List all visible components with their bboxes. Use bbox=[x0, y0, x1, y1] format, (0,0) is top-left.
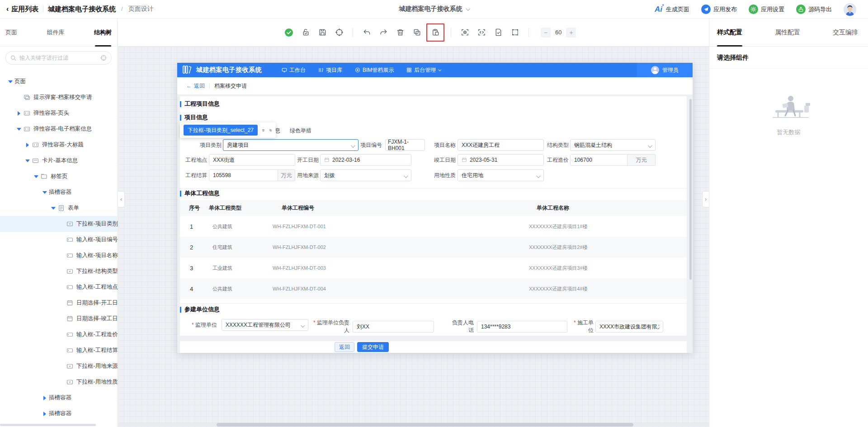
project-type-select[interactable]: 房建项目 bbox=[223, 139, 359, 151]
tab-component-library[interactable]: 组件库 bbox=[46, 19, 66, 47]
tree-node-flex-bigtitle[interactable]: 弹性容器-大标题 bbox=[0, 137, 117, 153]
caret-right-icon[interactable] bbox=[16, 111, 22, 116]
supervisor-select[interactable]: XXXXXX工程管理有限公司 bbox=[222, 319, 308, 331]
app-name: 城建档案电子接收系统 bbox=[48, 5, 116, 14]
paste-icon[interactable] bbox=[431, 28, 440, 37]
locate-node-icon[interactable] bbox=[100, 55, 107, 61]
back-to-app-list-button[interactable]: ‹ 应用列表 bbox=[6, 5, 38, 14]
settle-input[interactable]: 105598 bbox=[209, 169, 278, 181]
tree-node-date-end[interactable]: 日期选择-竣工日期 bbox=[0, 311, 117, 327]
form-submit-button[interactable]: 提交申请 bbox=[357, 342, 389, 352]
table-row[interactable]: 4公共建筑WH-FZLHJFXM-DT-004XXXXXXX还建房项目4#楼 bbox=[180, 278, 687, 299]
page-user-menu[interactable]: 管理员 bbox=[637, 63, 693, 77]
caret-right-icon[interactable] bbox=[42, 396, 48, 400]
canvas-hscrollbar[interactable] bbox=[217, 423, 633, 427]
tree-node-input-project-no[interactable]: 输入框-项目编号 bbox=[0, 232, 117, 248]
zoom-out-button[interactable]: − bbox=[541, 28, 551, 38]
cost-input[interactable]: 106700 bbox=[570, 154, 627, 166]
tree-node-select-land-use[interactable]: 下拉框-用地性质 bbox=[0, 374, 117, 390]
tree-node-input-project-name[interactable]: 输入框-项目名称 bbox=[0, 248, 117, 263]
tree-node-modal[interactable]: 提示弹窗-档案移交申请 bbox=[0, 89, 117, 105]
field-structure-type: 结构类型 钢筋混凝土结构 bbox=[547, 139, 656, 151]
builder-select[interactable]: XXXX市政建设集团有限公司 bbox=[595, 321, 663, 333]
start-date-picker[interactable]: 2022-03-16 bbox=[320, 154, 411, 166]
table-row[interactable]: 2住宅建筑WH-FZLHJFXM-DT-002XXXXXXX还建房项目2#楼 bbox=[180, 237, 687, 258]
left-panel-hscrollbar[interactable] bbox=[0, 424, 96, 426]
page-back-link[interactable]: ← 返回 bbox=[186, 82, 205, 90]
tree-node-select-structure-type[interactable]: 下拉框-结构类型 bbox=[0, 263, 117, 279]
tree-node-input-cost[interactable]: 输入框-工程造价 bbox=[0, 327, 117, 343]
supervisor-person-input[interactable]: 刘XX bbox=[353, 321, 434, 333]
tree-node-page[interactable]: 页面 bbox=[0, 74, 117, 89]
copy-icon[interactable] bbox=[412, 28, 421, 37]
delete-icon[interactable] bbox=[396, 28, 405, 37]
ai-generate-page-button[interactable]: Ai✦ 生成页面 bbox=[655, 5, 689, 14]
table-row[interactable]: 3工业建筑WH-FZLHJFXM-DT-003XXXXXXX还建房项目3#楼 bbox=[180, 258, 687, 278]
tab-pages[interactable]: 页面 bbox=[5, 19, 18, 47]
save-icon[interactable] bbox=[318, 28, 327, 37]
collapse-left-panel-handle[interactable]: ‹ bbox=[118, 191, 125, 207]
caret-down-icon[interactable] bbox=[33, 175, 39, 178]
nav-project-library[interactable]: 项目库 bbox=[316, 63, 345, 77]
zoom-in-button[interactable]: + bbox=[566, 28, 576, 38]
page-check-icon[interactable] bbox=[494, 28, 503, 37]
view-code-icon[interactable] bbox=[477, 28, 486, 37]
copy-component-icon[interactable] bbox=[269, 127, 272, 134]
tree-node-card-basicinfo[interactable]: 卡片-基本信息 bbox=[0, 153, 117, 169]
phone-input[interactable]: 134****9283 bbox=[477, 321, 567, 333]
tree-node-input-location[interactable]: 输入框-工程地点 bbox=[0, 279, 117, 295]
tree-node-slot-container-3[interactable]: 插槽容器 bbox=[0, 406, 117, 422]
canvas-grid[interactable]: 城建档案电子接收系统 工作台 项目库 BIM管档展示 bbox=[118, 47, 709, 427]
table-row[interactable]: 1公共建筑WH-FZLHJFXM-DT-001XXXXXXX还建房项目1#楼 bbox=[180, 216, 687, 237]
tree-node-date-start[interactable]: 日期选择-开工日期 bbox=[0, 295, 117, 311]
caret-right-icon[interactable] bbox=[42, 412, 48, 416]
tree-node-form[interactable]: 表单 bbox=[0, 200, 117, 216]
structure-type-select[interactable]: 钢筋混凝土结构 bbox=[570, 139, 656, 151]
search-input[interactable] bbox=[19, 55, 97, 61]
land-source-select[interactable]: 划拨 bbox=[320, 169, 411, 181]
delete-component-icon[interactable] bbox=[262, 127, 265, 134]
caret-down-icon[interactable] bbox=[7, 80, 14, 83]
tree-node-select-project-type[interactable]: 下拉框-项目类别 bbox=[0, 216, 117, 232]
caret-down-icon[interactable] bbox=[50, 207, 57, 210]
gear-icon bbox=[749, 5, 758, 14]
export-source-button[interactable]: 源码导出 bbox=[796, 5, 832, 14]
frame-icon[interactable] bbox=[510, 28, 519, 37]
target-icon[interactable] bbox=[335, 28, 344, 37]
current-page-selector[interactable]: 城建档案电子接收系统 bbox=[399, 5, 469, 13]
form-back-button[interactable]: 返回 bbox=[335, 342, 354, 352]
caret-down-icon[interactable] bbox=[42, 191, 48, 194]
undo-icon[interactable] bbox=[362, 28, 371, 37]
nav-admin[interactable]: 后台管理 bbox=[404, 63, 443, 77]
preview-icon[interactable] bbox=[460, 28, 469, 37]
tab-style-config[interactable]: 样式配置 bbox=[717, 19, 742, 47]
tree-node-select-land-source[interactable]: 下拉框-用地来源 bbox=[0, 358, 117, 374]
lock-icon[interactable] bbox=[301, 28, 310, 37]
tree-node-slot-container-2[interactable]: 插槽容器 bbox=[0, 390, 117, 406]
tree-node-flex-header[interactable]: 弹性容器-页头 bbox=[0, 105, 117, 121]
project-name-input[interactable]: XXX还建房工程 bbox=[458, 139, 544, 151]
redo-icon[interactable] bbox=[379, 28, 388, 37]
caret-down-icon[interactable] bbox=[16, 128, 22, 131]
location-input[interactable]: XXX街道 bbox=[209, 154, 295, 166]
tree-node-slot-container[interactable]: 插槽容器 bbox=[0, 184, 117, 200]
nav-workbench[interactable]: 工作台 bbox=[279, 63, 308, 77]
page-vertical-scrollbar[interactable] bbox=[689, 99, 692, 280]
tree-node-flex-earchive[interactable]: 弹性容器-电子档案信息 bbox=[0, 121, 117, 137]
tab-props-config[interactable]: 属性配置 bbox=[775, 19, 800, 47]
caret-down-icon[interactable] bbox=[24, 160, 31, 162]
project-no-input[interactable]: FJXM-1-BH001 bbox=[385, 139, 425, 151]
caret-right-icon[interactable] bbox=[24, 143, 31, 147]
tab-green-measures[interactable]: 绿色举措 bbox=[290, 127, 311, 135]
nav-bim-display[interactable]: BIM管档展示 bbox=[352, 63, 396, 77]
app-settings-button[interactable]: 应用设置 bbox=[749, 5, 784, 14]
collapse-right-panel-handle[interactable]: › bbox=[702, 191, 709, 207]
end-date-picker[interactable]: 2023-05-31 bbox=[458, 154, 544, 166]
user-avatar[interactable] bbox=[844, 3, 856, 16]
land-use-select[interactable]: 住宅用地 bbox=[458, 169, 544, 181]
tab-interaction[interactable]: 交互编排 bbox=[833, 19, 858, 47]
tree-node-tabs[interactable]: 标签页 bbox=[0, 169, 117, 184]
publish-app-button[interactable]: 应用发布 bbox=[701, 5, 737, 14]
tree-node-input-settle[interactable]: 输入框-工程结算 bbox=[0, 343, 117, 358]
tab-structure-tree[interactable]: 结构树 bbox=[93, 19, 113, 47]
